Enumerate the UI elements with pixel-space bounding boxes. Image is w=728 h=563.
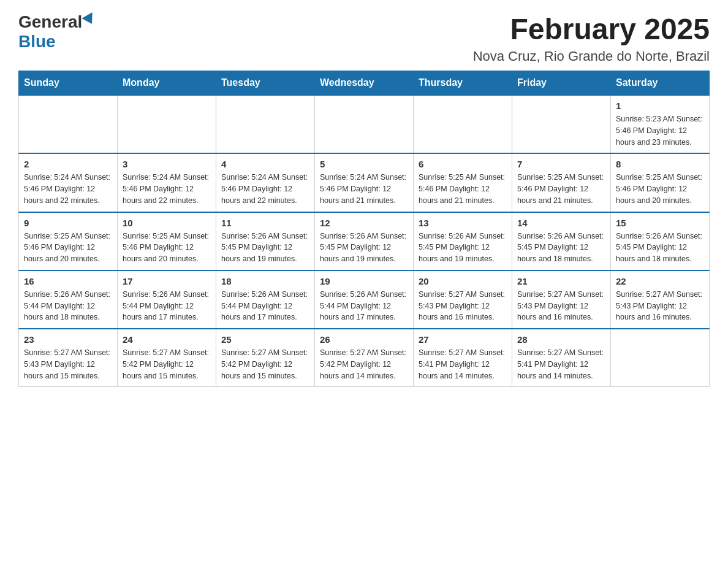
day-info: Sunrise: 5:24 AM Sunset: 5:46 PM Dayligh…: [123, 172, 211, 206]
calendar-cell: 28Sunrise: 5:27 AM Sunset: 5:41 PM Dayli…: [512, 329, 611, 387]
day-info: Sunrise: 5:25 AM Sunset: 5:46 PM Dayligh…: [616, 172, 704, 206]
calendar-cell: 18Sunrise: 5:26 AM Sunset: 5:44 PM Dayli…: [216, 270, 315, 329]
day-info: Sunrise: 5:26 AM Sunset: 5:44 PM Dayligh…: [123, 289, 211, 323]
calendar-cell: 1Sunrise: 5:23 AM Sunset: 5:46 PM Daylig…: [611, 95, 710, 153]
calendar-cell: 10Sunrise: 5:25 AM Sunset: 5:46 PM Dayli…: [118, 212, 216, 270]
calendar-week-row: 2Sunrise: 5:24 AM Sunset: 5:46 PM Daylig…: [19, 153, 710, 212]
day-info: Sunrise: 5:24 AM Sunset: 5:46 PM Dayligh…: [24, 172, 112, 206]
day-info: Sunrise: 5:27 AM Sunset: 5:43 PM Dayligh…: [24, 347, 112, 381]
day-number: 21: [517, 276, 605, 286]
day-number: 19: [320, 276, 408, 286]
day-number: 10: [123, 218, 211, 228]
calendar-cell: 5Sunrise: 5:24 AM Sunset: 5:46 PM Daylig…: [315, 153, 414, 212]
calendar-week-row: 16Sunrise: 5:26 AM Sunset: 5:44 PM Dayli…: [19, 270, 710, 329]
day-info: Sunrise: 5:25 AM Sunset: 5:46 PM Dayligh…: [123, 231, 211, 265]
header-wednesday: Wednesday: [315, 71, 414, 96]
calendar-cell: 22Sunrise: 5:27 AM Sunset: 5:43 PM Dayli…: [611, 270, 710, 329]
day-number: 13: [419, 218, 507, 228]
calendar-cell: [512, 95, 611, 153]
calendar-cell: [414, 95, 512, 153]
logo-blue-text: Blue: [18, 32, 56, 52]
day-info: Sunrise: 5:24 AM Sunset: 5:46 PM Dayligh…: [221, 172, 309, 206]
calendar-cell: 11Sunrise: 5:26 AM Sunset: 5:45 PM Dayli…: [216, 212, 315, 270]
day-info: Sunrise: 5:27 AM Sunset: 5:43 PM Dayligh…: [419, 289, 507, 323]
calendar-title: February 2025: [473, 12, 710, 46]
calendar-cell: 17Sunrise: 5:26 AM Sunset: 5:44 PM Dayli…: [118, 270, 216, 329]
day-number: 12: [320, 218, 408, 228]
day-number: 15: [616, 218, 704, 228]
day-number: 7: [517, 159, 605, 169]
header-thursday: Thursday: [414, 71, 512, 96]
day-number: 27: [419, 334, 507, 345]
day-info: Sunrise: 5:25 AM Sunset: 5:46 PM Dayligh…: [419, 172, 507, 206]
day-number: 3: [123, 159, 211, 169]
calendar-cell: [315, 95, 414, 153]
header-tuesday: Tuesday: [216, 71, 315, 96]
calendar-cell: 16Sunrise: 5:26 AM Sunset: 5:44 PM Dayli…: [19, 270, 118, 329]
day-number: 24: [123, 334, 211, 345]
header-monday: Monday: [118, 71, 216, 96]
calendar-subtitle: Nova Cruz, Rio Grande do Norte, Brazil: [473, 48, 710, 64]
logo-general-text: General: [18, 12, 82, 32]
weekday-header-row: Sunday Monday Tuesday Wednesday Thursday…: [19, 71, 710, 96]
header-friday: Friday: [512, 71, 611, 96]
day-info: Sunrise: 5:26 AM Sunset: 5:45 PM Dayligh…: [517, 231, 605, 265]
day-number: 8: [616, 159, 704, 169]
calendar-cell: 2Sunrise: 5:24 AM Sunset: 5:46 PM Daylig…: [19, 153, 118, 212]
calendar-cell: 14Sunrise: 5:26 AM Sunset: 5:45 PM Dayli…: [512, 212, 611, 270]
logo-triangle-icon: [82, 12, 97, 27]
day-number: 26: [320, 334, 408, 345]
header-sunday: Sunday: [19, 71, 118, 96]
day-number: 14: [517, 218, 605, 228]
calendar-cell: 9Sunrise: 5:25 AM Sunset: 5:46 PM Daylig…: [19, 212, 118, 270]
day-info: Sunrise: 5:25 AM Sunset: 5:46 PM Dayligh…: [517, 172, 605, 206]
day-info: Sunrise: 5:26 AM Sunset: 5:44 PM Dayligh…: [221, 289, 309, 323]
day-number: 28: [517, 334, 605, 345]
calendar-cell: 7Sunrise: 5:25 AM Sunset: 5:46 PM Daylig…: [512, 153, 611, 212]
calendar-cell: 26Sunrise: 5:27 AM Sunset: 5:42 PM Dayli…: [315, 329, 414, 387]
title-section: February 2025 Nova Cruz, Rio Grande do N…: [473, 12, 710, 64]
calendar-cell: [118, 95, 216, 153]
day-info: Sunrise: 5:27 AM Sunset: 5:42 PM Dayligh…: [221, 347, 309, 381]
day-info: Sunrise: 5:26 AM Sunset: 5:44 PM Dayligh…: [24, 289, 112, 323]
day-number: 9: [24, 218, 112, 228]
day-info: Sunrise: 5:27 AM Sunset: 5:41 PM Dayligh…: [419, 347, 507, 381]
day-info: Sunrise: 5:27 AM Sunset: 5:41 PM Dayligh…: [517, 347, 605, 381]
calendar-cell: 3Sunrise: 5:24 AM Sunset: 5:46 PM Daylig…: [118, 153, 216, 212]
day-info: Sunrise: 5:27 AM Sunset: 5:42 PM Dayligh…: [123, 347, 211, 381]
day-number: 25: [221, 334, 309, 345]
calendar-cell: 19Sunrise: 5:26 AM Sunset: 5:44 PM Dayli…: [315, 270, 414, 329]
day-number: 1: [616, 101, 704, 111]
calendar-table: Sunday Monday Tuesday Wednesday Thursday…: [18, 71, 710, 387]
day-info: Sunrise: 5:24 AM Sunset: 5:46 PM Dayligh…: [320, 172, 408, 206]
calendar-cell: 4Sunrise: 5:24 AM Sunset: 5:46 PM Daylig…: [216, 153, 315, 212]
day-number: 23: [24, 334, 112, 345]
day-number: 16: [24, 276, 112, 286]
day-number: 4: [221, 159, 309, 169]
day-number: 22: [616, 276, 704, 286]
calendar-cell: 15Sunrise: 5:26 AM Sunset: 5:45 PM Dayli…: [611, 212, 710, 270]
calendar-cell: [216, 95, 315, 153]
calendar-cell: 21Sunrise: 5:27 AM Sunset: 5:43 PM Dayli…: [512, 270, 611, 329]
calendar-cell: 12Sunrise: 5:26 AM Sunset: 5:45 PM Dayli…: [315, 212, 414, 270]
calendar-cell: 20Sunrise: 5:27 AM Sunset: 5:43 PM Dayli…: [414, 270, 512, 329]
day-number: 2: [24, 159, 112, 169]
day-info: Sunrise: 5:27 AM Sunset: 5:42 PM Dayligh…: [320, 347, 408, 381]
calendar-week-row: 9Sunrise: 5:25 AM Sunset: 5:46 PM Daylig…: [19, 212, 710, 270]
calendar-cell: [19, 95, 118, 153]
calendar-cell: 6Sunrise: 5:25 AM Sunset: 5:46 PM Daylig…: [414, 153, 512, 212]
day-info: Sunrise: 5:27 AM Sunset: 5:43 PM Dayligh…: [517, 289, 605, 323]
calendar-week-row: 23Sunrise: 5:27 AM Sunset: 5:43 PM Dayli…: [19, 329, 710, 387]
day-number: 18: [221, 276, 309, 286]
day-number: 17: [123, 276, 211, 286]
page-header: General Blue February 2025 Nova Cruz, Ri…: [18, 12, 710, 64]
calendar-cell: 25Sunrise: 5:27 AM Sunset: 5:42 PM Dayli…: [216, 329, 315, 387]
day-info: Sunrise: 5:26 AM Sunset: 5:45 PM Dayligh…: [616, 231, 704, 265]
calendar-cell: 23Sunrise: 5:27 AM Sunset: 5:43 PM Dayli…: [19, 329, 118, 387]
calendar-cell: 8Sunrise: 5:25 AM Sunset: 5:46 PM Daylig…: [611, 153, 710, 212]
calendar-cell: 27Sunrise: 5:27 AM Sunset: 5:41 PM Dayli…: [414, 329, 512, 387]
day-info: Sunrise: 5:27 AM Sunset: 5:43 PM Dayligh…: [616, 289, 704, 323]
day-info: Sunrise: 5:26 AM Sunset: 5:45 PM Dayligh…: [320, 231, 408, 265]
day-info: Sunrise: 5:26 AM Sunset: 5:45 PM Dayligh…: [419, 231, 507, 265]
day-number: 6: [419, 159, 507, 169]
